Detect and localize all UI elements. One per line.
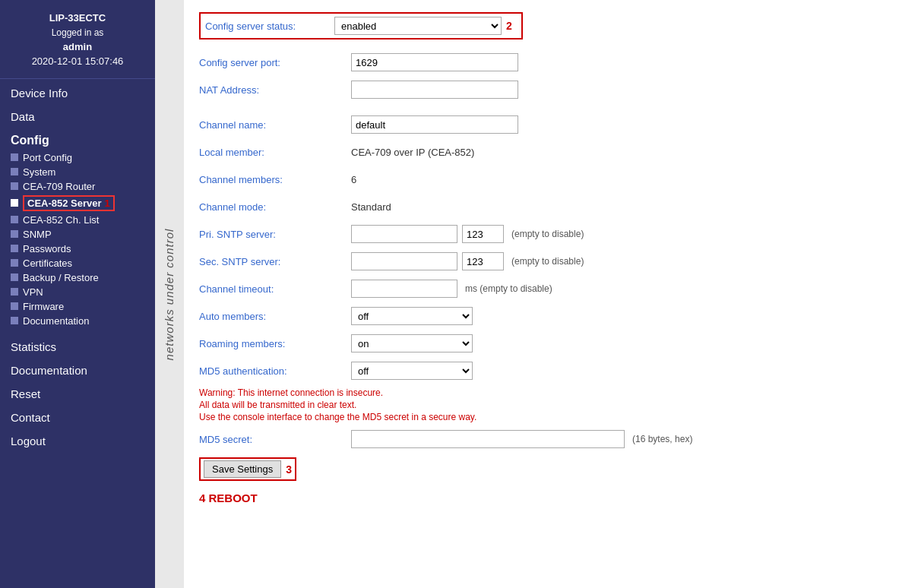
square-icon — [11, 182, 18, 190]
square-icon — [11, 288, 18, 296]
sidebar-item-system[interactable]: System — [11, 165, 155, 179]
sidebar-item-config[interactable]: Config — [0, 126, 155, 150]
roaming-members-select[interactable]: off on — [351, 334, 473, 352]
config-server-status-label: Config server status: — [205, 21, 327, 32]
sidebar-header: LIP-33ECTC Logged in as admin 2020-12-01… — [0, 0, 155, 79]
channel-mode-value: Standard — [351, 201, 391, 213]
channel-timeout-row: Channel timeout: ms (empty to disable) — [199, 278, 884, 299]
square-icon — [11, 153, 18, 161]
sec-sntp-hint: (empty to disable) — [511, 256, 584, 267]
pri-sntp-port-input[interactable] — [462, 225, 504, 243]
sidebar-item-cea-709-router[interactable]: CEA-709 Router — [11, 179, 155, 194]
md5-secret-input[interactable] — [351, 430, 625, 448]
sec-sntp-field: (empty to disable) — [351, 252, 584, 270]
config-server-status-select[interactable]: enabled disabled — [334, 17, 502, 35]
sidebar-item-documentation-sub[interactable]: Documentation — [11, 314, 155, 328]
admin-username: admin — [8, 40, 147, 55]
channel-name-input[interactable] — [351, 115, 518, 134]
channel-timeout-label: Channel timeout: — [199, 283, 351, 295]
auto-members-label: Auto members: — [199, 311, 351, 322]
md5-secret-hint: (16 bytes, hex) — [632, 434, 692, 444]
channel-members-row: Channel members: 6 — [199, 169, 884, 190]
rotated-label-text: networks under control — [163, 228, 176, 360]
channel-mode-row: Channel mode: Standard — [199, 196, 884, 217]
sidebar: LIP-33ECTC Logged in as admin 2020-12-01… — [0, 0, 155, 588]
square-icon — [11, 216, 18, 223]
square-icon — [11, 168, 18, 175]
channel-name-label: Channel name: — [199, 119, 351, 131]
sidebar-item-vpn[interactable]: VPN — [11, 285, 155, 299]
config-server-port-label: Config server port: — [199, 57, 351, 68]
pri-sntp-hint: (empty to disable) — [511, 229, 584, 239]
sidebar-item-cea-852-ch-list[interactable]: CEA-852 Ch. List — [11, 213, 155, 227]
save-settings-button[interactable]: Save Settings — [204, 460, 281, 478]
sidebar-item-port-config[interactable]: Port Config — [11, 150, 155, 165]
local-member-value: CEA-709 over IP (CEA-852) — [351, 147, 474, 158]
reboot-badge: 4 — [199, 492, 205, 504]
pri-sntp-field: (empty to disable) — [351, 225, 584, 243]
config-subitems: Port Config System CEA-709 Router CEA-85… — [0, 150, 155, 333]
channel-members-label: Channel members: — [199, 174, 351, 185]
md5-auth-select[interactable]: off on — [351, 362, 473, 380]
nat-address-row: NAT Address: — [199, 79, 884, 100]
sidebar-item-contact[interactable]: Contact — [0, 403, 155, 427]
main-content: networks under control Config server sta… — [155, 0, 899, 588]
sidebar-item-backup-restore[interactable]: Backup / Restore — [11, 270, 155, 285]
sidebar-item-reset[interactable]: Reset — [0, 380, 155, 403]
config-server-status-badge: 2 — [506, 20, 512, 32]
sidebar-item-logout[interactable]: Logout — [0, 427, 155, 450]
channel-name-row: Channel name: — [199, 114, 884, 135]
sidebar-item-statistics[interactable]: Statistics — [0, 333, 155, 356]
sec-sntp-label: Sec. SNTP server: — [199, 256, 351, 267]
sec-sntp-input[interactable] — [351, 252, 457, 270]
square-icon-active — [11, 199, 18, 207]
local-member-label: Local member: — [199, 147, 351, 158]
md5-secret-field: (16 bytes, hex) — [351, 430, 692, 448]
nat-address-field — [351, 81, 518, 99]
square-icon — [11, 273, 18, 281]
pri-sntp-input[interactable] — [351, 225, 457, 243]
channel-timeout-field: ms (empty to disable) — [351, 280, 552, 298]
square-icon — [11, 259, 18, 267]
save-badge: 3 — [286, 463, 292, 476]
roaming-members-row: Roaming members: off on — [199, 333, 884, 354]
pri-sntp-label: Pri. SNTP server: — [199, 229, 351, 240]
warning-line1: Warning: This internet connection is ins… — [199, 387, 884, 398]
sidebar-nav: Device Info Data Config Port Config Syst… — [0, 79, 155, 450]
channel-timeout-hint: ms (empty to disable) — [465, 283, 552, 294]
sec-sntp-row: Sec. SNTP server: (empty to disable) — [199, 251, 884, 272]
rotated-label-container: networks under control — [155, 0, 184, 588]
warning-line2: All data will be transmitted in clear te… — [199, 400, 884, 410]
config-server-status-row: Config server status: enabled disabled 2 — [199, 12, 884, 46]
save-settings-row: Save Settings 3 — [199, 457, 884, 481]
warning-block: Warning: This internet connection is ins… — [199, 387, 884, 422]
auto-members-select[interactable]: off on — [351, 307, 473, 325]
config-server-port-row: Config server port: — [199, 52, 884, 73]
sidebar-item-data[interactable]: Data — [0, 103, 155, 126]
config-server-port-input[interactable] — [351, 53, 518, 71]
sidebar-item-cea-852-server[interactable]: CEA-852 Server 1 — [11, 194, 155, 213]
channel-timeout-input[interactable] — [351, 280, 457, 298]
active-item-label: CEA-852 Server 1 — [23, 195, 115, 211]
channel-mode-label: Channel mode: — [199, 201, 351, 213]
sidebar-item-documentation[interactable]: Documentation — [0, 356, 155, 380]
config-server-status-highlight: Config server status: enabled disabled 2 — [199, 12, 523, 40]
square-icon — [11, 302, 18, 310]
sidebar-item-snmp[interactable]: SNMP — [11, 227, 155, 242]
square-icon — [11, 245, 18, 252]
sidebar-item-firmware[interactable]: Firmware — [11, 299, 155, 314]
sidebar-item-certificates[interactable]: Certificates — [11, 256, 155, 270]
square-icon — [11, 317, 18, 324]
content-area: Config server status: enabled disabled 2… — [184, 0, 899, 588]
sidebar-item-passwords[interactable]: Passwords — [11, 242, 155, 256]
md5-auth-label: MD5 authentication: — [199, 365, 351, 377]
nat-address-input[interactable] — [351, 81, 518, 99]
square-icon — [11, 230, 18, 238]
save-btn-highlight: Save Settings 3 — [199, 457, 296, 481]
sec-sntp-port-input[interactable] — [462, 252, 504, 270]
reboot-label: REBOOT — [209, 492, 258, 504]
reboot-link[interactable]: 4 REBOOT — [199, 492, 258, 504]
local-member-row: Local member: CEA-709 over IP (CEA-852) — [199, 141, 884, 163]
device-name: LIP-33ECTC — [8, 11, 147, 26]
sidebar-item-device-info[interactable]: Device Info — [0, 79, 155, 103]
